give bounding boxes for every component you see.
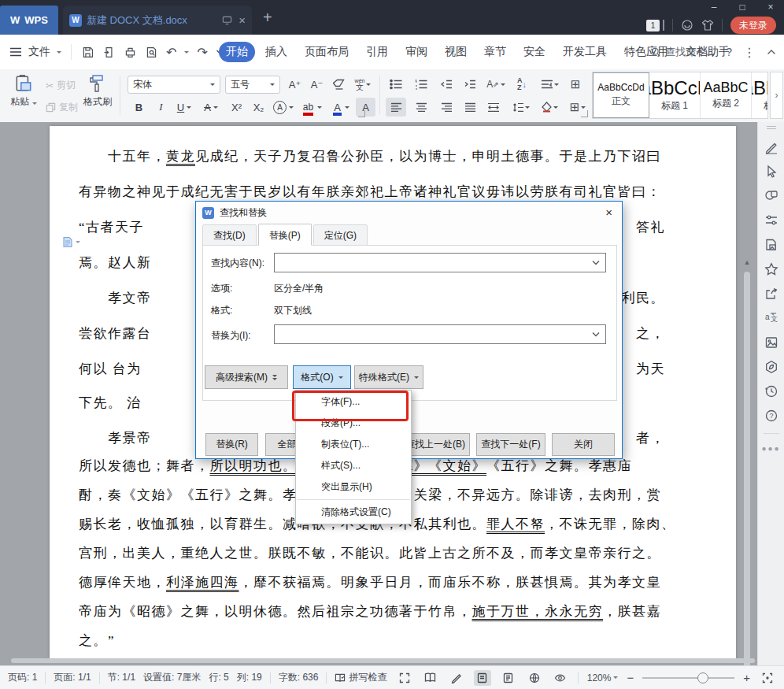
sidebar-drag-handle[interactable]: [765, 125, 778, 130]
zoom-level-select[interactable]: 120%: [587, 672, 619, 683]
horizontal-scrollbar-handle[interactable]: [11, 658, 755, 663]
menu-item-突出显示(H)[interactable]: 突出显示(H): [296, 476, 411, 498]
text-direction-button[interactable]: A⇗: [483, 75, 508, 94]
more-dots-icon[interactable]: ●●●: [761, 444, 780, 453]
style-mark[interactable]: [62, 236, 80, 248]
italic-button[interactable]: I: [151, 98, 171, 117]
image-icon[interactable]: [764, 335, 778, 350]
zoom-slider[interactable]: [642, 677, 734, 679]
section-status[interactable]: 节: 1/1: [108, 671, 135, 684]
print-layout-icon[interactable]: [474, 670, 491, 686]
justify-button[interactable]: [460, 98, 480, 117]
window-manager-badge[interactable]: 1: [646, 20, 660, 31]
align-right-button[interactable]: [436, 98, 457, 117]
style-card-标题 2[interactable]: AaBbC标题 2: [701, 72, 752, 118]
vertical-scrollbar[interactable]: ▲ ▼ ▲ □ ▼: [741, 244, 753, 689]
font-size-select[interactable]: 五号: [225, 76, 280, 94]
combo-chevron-icon[interactable]: [592, 332, 600, 337]
skin-shirt-icon[interactable]: [701, 19, 714, 31]
page-number-status[interactable]: 页码: 1: [8, 671, 37, 684]
read-mode-icon[interactable]: [422, 670, 439, 686]
find-next-button[interactable]: 查找下一处(F): [476, 433, 545, 456]
file-menu-caret-icon[interactable]: [57, 51, 61, 54]
menu-tab-安全[interactable]: 安全: [516, 42, 553, 62]
menu-item-段落(P)[interactable]: 段落(P)...: [296, 413, 411, 434]
shapes-icon[interactable]: [764, 189, 778, 203]
styles-gallery-more-icon[interactable]: ›: [770, 72, 783, 119]
format-menu-button[interactable]: 格式(O): [293, 365, 351, 389]
monitor-icon[interactable]: [222, 15, 232, 25]
vertical-scrollbar-handle[interactable]: [744, 272, 750, 689]
menu-item-字体(F)[interactable]: 字体(F)...: [296, 391, 411, 413]
menu-tab-视图[interactable]: 视图: [438, 42, 474, 62]
minimize-button[interactable]: –: [708, 2, 719, 13]
zoom-in-button[interactable]: +: [743, 671, 750, 684]
font-color-button[interactable]: A: [329, 98, 354, 117]
menu-tab-引用[interactable]: 引用: [359, 42, 395, 62]
command-search[interactable]: 查找命令...: [650, 45, 715, 59]
translate-icon[interactable]: a文: [764, 311, 778, 325]
advanced-search-button[interactable]: 高级搜索(M): [205, 365, 288, 389]
pinyin-guide-button[interactable]: wén文: [351, 75, 375, 94]
column-status[interactable]: 列: 19: [237, 671, 262, 684]
close-document-tab-icon[interactable]: ×: [239, 13, 246, 27]
align-center-button[interactable]: [411, 98, 431, 117]
decrease-font-button[interactable]: A⁻: [307, 75, 327, 94]
web-layout-icon[interactable]: [526, 670, 543, 686]
show-marks-button[interactable]: [537, 75, 562, 94]
highlight-color-button[interactable]: ab: [299, 98, 326, 117]
eco-leaf-icon[interactable]: [764, 360, 778, 374]
menu-tab-插入[interactable]: 插入: [258, 42, 294, 62]
write-mode-icon[interactable]: [448, 670, 465, 686]
word-count-status[interactable]: 字数: 636: [279, 671, 319, 684]
print-preview-icon[interactable]: [145, 46, 158, 59]
undo-caret-icon[interactable]: [184, 51, 189, 54]
help-icon[interactable]: ?: [764, 409, 778, 423]
line-status[interactable]: 行: 5: [209, 671, 228, 684]
style-card-标题 1[interactable]: AaBbCcDd标题 1: [649, 72, 701, 118]
increase-font-button[interactable]: A⁺: [285, 75, 305, 94]
combo-chevron-icon[interactable]: [592, 260, 600, 265]
file-menu[interactable]: 文件: [28, 45, 50, 59]
save-icon[interactable]: [81, 46, 94, 59]
menu-tab-开始[interactable]: 开始: [219, 42, 255, 62]
bold-button[interactable]: B: [129, 98, 149, 117]
image-document-icon[interactable]: [764, 238, 778, 252]
menu-item-清除格式设置(C)[interactable]: 清除格式设置(C): [296, 502, 411, 523]
undo-icon[interactable]: ↶: [166, 45, 176, 60]
favorites-star-icon[interactable]: [764, 262, 778, 276]
share-icon[interactable]: [764, 287, 778, 301]
fit-page-icon[interactable]: [759, 670, 776, 686]
paragraph-group-launcher[interactable]: [581, 110, 588, 117]
insert-table-icon[interactable]: ⊞: [565, 75, 586, 94]
eye-protect-icon[interactable]: [552, 670, 569, 686]
dialog-title-bar[interactable]: W 查找和替换 ×: [196, 202, 622, 224]
login-button[interactable]: 未登录: [730, 17, 776, 34]
increase-indent-button[interactable]: [460, 75, 480, 94]
print-icon[interactable]: [124, 46, 137, 59]
wps-home-tab[interactable]: W WPS: [0, 6, 58, 35]
superscript-button[interactable]: X²: [227, 98, 246, 117]
decrease-indent-button[interactable]: [436, 75, 457, 94]
numbered-list-button[interactable]: [411, 75, 431, 94]
distribute-button[interactable]: [483, 98, 504, 117]
text-effects-button[interactable]: A: [271, 98, 296, 117]
shading-button[interactable]: [537, 98, 562, 117]
clear-format-icon[interactable]: [329, 75, 349, 94]
help-button[interactable]: ?: [726, 46, 732, 58]
redo-icon[interactable]: ↷: [197, 45, 207, 60]
close-button[interactable]: 关闭: [552, 433, 615, 456]
style-card-正文[interactable]: AaBbCcDd正文: [593, 72, 649, 118]
select-cursor-icon[interactable]: [764, 165, 778, 179]
adjust-settings-icon[interactable]: [764, 213, 778, 228]
paste-button[interactable]: 粘贴: [6, 73, 41, 109]
history-icon[interactable]: [764, 384, 778, 398]
align-left-button[interactable]: [386, 98, 406, 117]
tab-find[interactable]: 查找(D): [202, 224, 257, 246]
document-tab[interactable]: W 新建 DOCX 文档.docx ×: [63, 6, 252, 35]
find-content-input[interactable]: [274, 253, 606, 272]
style-card-标题 3[interactable]: AaBbCcDd标题 3: [752, 72, 768, 118]
scroll-up-icon[interactable]: ▲: [742, 258, 752, 266]
bullet-list-button[interactable]: [386, 75, 406, 94]
menu-item-制表位(T)[interactable]: 制表位(T)...: [296, 434, 411, 455]
